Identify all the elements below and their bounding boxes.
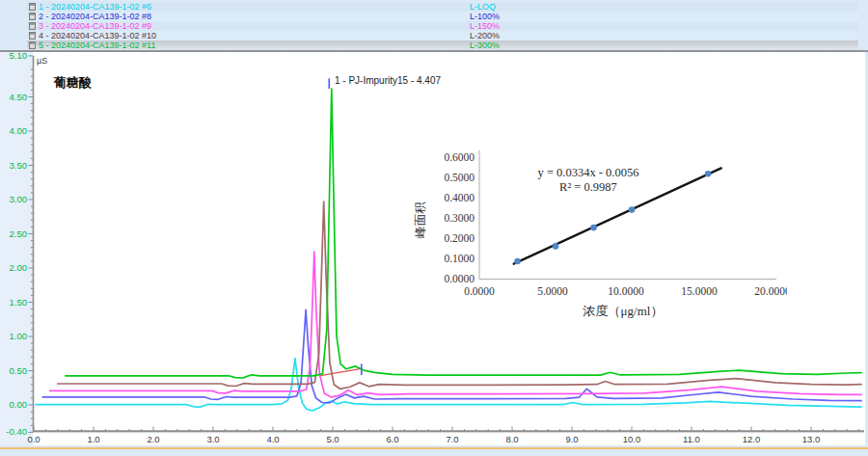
svg-text:10.0: 10.0 [623, 434, 641, 444]
svg-text:0.00: 0.00 [10, 399, 28, 410]
svg-text:7.0: 7.0 [446, 434, 458, 444]
svg-text:浓度（μg/ml）: 浓度（μg/ml） [583, 304, 664, 318]
svg-text:15.0000: 15.0000 [681, 285, 718, 297]
y-axis-unit-label: µS [37, 56, 47, 66]
svg-text:4.00: 4.00 [10, 125, 28, 136]
svg-text:3.0: 3.0 [206, 434, 219, 444]
svg-text:1.00: 1.00 [10, 331, 28, 341]
svg-text:20.0000: 20.0000 [754, 285, 787, 297]
svg-text:0.3000: 0.3000 [444, 212, 475, 224]
svg-text:峰面积: 峰面积 [414, 201, 427, 238]
svg-text:R² = 0.9987: R² = 0.9987 [559, 180, 617, 194]
peak-annotation: 1 - PJ-Impurity15 - 4.407 [335, 75, 441, 86]
svg-text:3.00: 3.00 [10, 194, 28, 204]
svg-text:0.0: 0.0 [27, 434, 40, 444]
svg-text:0.50: 0.50 [10, 365, 28, 376]
svg-text:5.10: 5.10 [10, 50, 28, 61]
svg-text:9.0: 9.0 [565, 434, 578, 444]
bottom-accent-line [0, 447, 868, 449]
svg-text:4.50: 4.50 [10, 92, 28, 102]
svg-text:4.0: 4.0 [266, 434, 279, 444]
compound-title: 葡糖酸 [54, 74, 92, 92]
svg-text:0.0000: 0.0000 [444, 273, 475, 284]
svg-text:3.50: 3.50 [10, 160, 28, 171]
svg-text:11.0: 11.0 [683, 434, 700, 444]
svg-text:5.0: 5.0 [326, 434, 339, 444]
svg-text:6.0: 6.0 [386, 434, 398, 444]
svg-text:0.5000: 0.5000 [444, 172, 475, 183]
svg-text:y = 0.0334x - 0.0056: y = 0.0334x - 0.0056 [538, 166, 639, 179]
calibration-curve-chart: 0.00000.10000.20000.30000.40000.50000.60… [409, 141, 787, 328]
svg-text:8.0: 8.0 [505, 434, 518, 444]
svg-text:0.1000: 0.1000 [444, 253, 475, 264]
svg-text:2.0: 2.0 [147, 434, 159, 444]
svg-text:0.2000: 0.2000 [444, 232, 475, 244]
svg-text:0.0000: 0.0000 [464, 285, 495, 297]
svg-text:-0.40: -0.40 [6, 426, 27, 437]
svg-text:5.0000: 5.0000 [537, 285, 568, 297]
svg-text:10.0000: 10.0000 [608, 285, 644, 297]
svg-text:2.50: 2.50 [10, 228, 28, 239]
svg-text:0.4000: 0.4000 [444, 192, 475, 203]
svg-text:2.00: 2.00 [10, 262, 28, 273]
svg-text:12.0: 12.0 [743, 434, 761, 444]
svg-text:1.50: 1.50 [10, 297, 28, 308]
svg-text:13.0: 13.0 [802, 434, 821, 444]
svg-text:1.0: 1.0 [87, 434, 99, 444]
svg-text:0.6000: 0.6000 [444, 151, 475, 163]
